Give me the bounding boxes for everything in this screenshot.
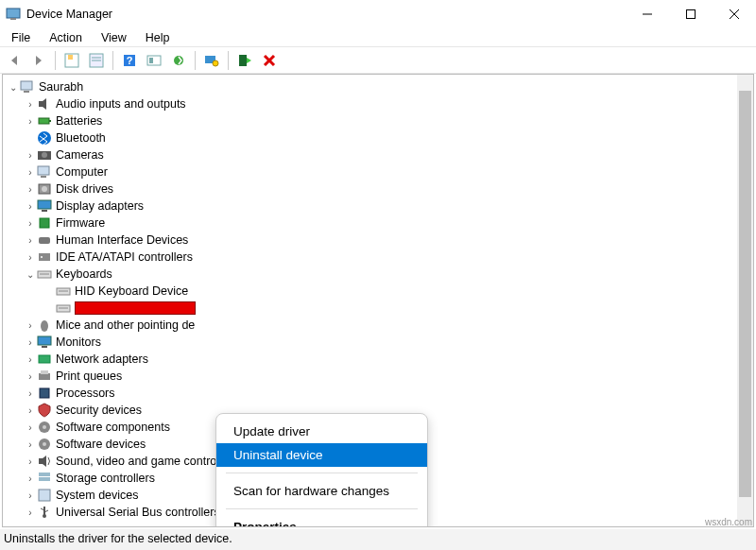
tree-category[interactable]: ›Computer	[7, 163, 753, 180]
device-category-icon	[37, 505, 52, 520]
tree-category[interactable]: ›Human Interface Devices	[7, 232, 753, 249]
tree-device[interactable]: HID Keyboard Device	[7, 283, 753, 300]
device-category-icon	[37, 147, 52, 163]
tree-category[interactable]: ›Monitors	[7, 334, 753, 351]
device-category-icon	[37, 386, 52, 401]
svg-rect-62	[39, 490, 50, 501]
svg-rect-20	[239, 55, 247, 66]
menu-action[interactable]: Action	[42, 29, 90, 46]
help-button[interactable]: ?	[119, 50, 140, 71]
tree-label: System devices	[56, 489, 139, 502]
tree-label: Storage controllers	[56, 472, 155, 485]
tree-label: Security devices	[56, 404, 142, 417]
svg-rect-39	[39, 237, 50, 244]
device-category-icon	[37, 130, 52, 146]
status-bar: Uninstalls the driver for the selected d…	[0, 529, 756, 550]
close-button[interactable]	[713, 0, 756, 28]
tree-category[interactable]: ›Print queues	[7, 368, 753, 385]
svg-text:?: ?	[127, 55, 133, 66]
menu-file[interactable]: File	[4, 29, 38, 46]
window-title: Device Manager	[26, 8, 626, 21]
forward-button[interactable]	[28, 50, 49, 71]
toolbar-divider	[228, 51, 229, 70]
device-category-icon	[37, 266, 52, 282]
cm-separator	[226, 508, 418, 509]
tree-category[interactable]: ›Network adapters	[7, 351, 753, 368]
keyboard-icon	[56, 284, 71, 299]
vertical-scrollbar[interactable]	[737, 75, 753, 526]
action-button[interactable]	[144, 50, 164, 71]
cm-scan-hardware[interactable]: Scan for hardware changes	[216, 479, 427, 503]
show-hidden-button[interactable]	[61, 50, 82, 71]
enable-device-button[interactable]	[234, 50, 255, 71]
minimize-button[interactable]	[626, 0, 669, 28]
svg-rect-9	[68, 55, 73, 60]
scan-hardware-button[interactable]	[201, 50, 222, 71]
menu-bar: File Action View Help	[0, 28, 756, 47]
uninstall-device-button[interactable]	[259, 50, 280, 71]
device-category-icon	[37, 403, 52, 418]
tree-category[interactable]: ›Processors	[7, 385, 753, 402]
tree-category[interactable]: Bluetooth	[7, 129, 753, 146]
device-category-icon	[37, 318, 52, 333]
svg-point-41	[41, 256, 43, 258]
back-button[interactable]	[4, 50, 25, 71]
tree-label: IDE ATA/ATAPI controllers	[56, 250, 193, 264]
svg-rect-36	[38, 200, 51, 209]
svg-rect-28	[49, 120, 51, 122]
tree-label: Bluetooth	[56, 131, 106, 145]
svg-rect-37	[42, 210, 47, 212]
cm-properties[interactable]: Properties	[216, 515, 427, 527]
svg-rect-38	[40, 218, 49, 228]
tree-label: Cameras	[56, 148, 104, 162]
device-category-icon	[37, 181, 52, 197]
tree-label: Saurabh	[39, 80, 83, 94]
tree-category[interactable]: ›Mice and other pointing de	[7, 317, 753, 334]
svg-point-35	[42, 186, 47, 192]
tree-panel: ⌄Saurabh›Audio inputs and outputs›Batter…	[2, 74, 754, 527]
tree-label: Audio inputs and outputs	[56, 97, 186, 111]
svg-rect-25	[24, 91, 29, 93]
device-category-icon	[37, 488, 52, 503]
tree-device[interactable]	[7, 300, 753, 317]
device-category-icon	[37, 454, 52, 469]
svg-point-48	[41, 320, 48, 332]
tree-label: Firmware	[56, 216, 105, 230]
device-category-icon	[37, 232, 52, 248]
svg-rect-51	[39, 355, 50, 363]
device-category-icon	[37, 113, 52, 129]
toolbar-divider	[112, 51, 113, 70]
tree-category[interactable]: ›Display adapters	[7, 198, 753, 215]
svg-point-56	[43, 425, 46, 429]
svg-rect-33	[41, 176, 46, 178]
tree-category[interactable]: ›IDE ATA/ATAPI controllers	[7, 249, 753, 266]
tree-label: Monitors	[56, 335, 101, 349]
tree-category[interactable]: ›Cameras	[7, 146, 753, 163]
tree-label: Network adapters	[56, 352, 148, 366]
cm-uninstall-device[interactable]: Uninstall device	[216, 443, 427, 467]
tree-label: Human Interface Devices	[56, 233, 188, 247]
svg-rect-27	[39, 118, 49, 124]
update-driver-button[interactable]	[168, 50, 189, 71]
cm-separator	[226, 473, 418, 473]
menu-help[interactable]: Help	[138, 29, 178, 46]
svg-rect-49	[38, 336, 51, 345]
cm-update-driver[interactable]: Update driver	[216, 420, 427, 443]
svg-marker-7	[36, 56, 42, 65]
tree-category[interactable]: ›Audio inputs and outputs	[7, 95, 753, 112]
tree-category[interactable]: ⌄Keyboards	[7, 266, 753, 283]
tree-label: Software devices	[56, 438, 146, 451]
tree-category[interactable]: ›Batteries	[7, 112, 753, 129]
menu-view[interactable]: View	[94, 29, 134, 46]
device-category-icon	[37, 352, 52, 367]
properties-button[interactable]	[86, 50, 107, 71]
tree-category[interactable]: ›Disk drives	[7, 180, 753, 198]
tree-category[interactable]: ›Firmware	[7, 215, 753, 232]
device-category-icon	[37, 471, 52, 486]
maximize-button[interactable]	[669, 0, 713, 28]
toolbar-divider	[55, 51, 56, 70]
svg-rect-1	[10, 18, 16, 20]
device-category-icon	[37, 335, 52, 350]
device-category-icon	[37, 249, 52, 265]
tree-root[interactable]: ⌄Saurabh	[7, 78, 753, 95]
